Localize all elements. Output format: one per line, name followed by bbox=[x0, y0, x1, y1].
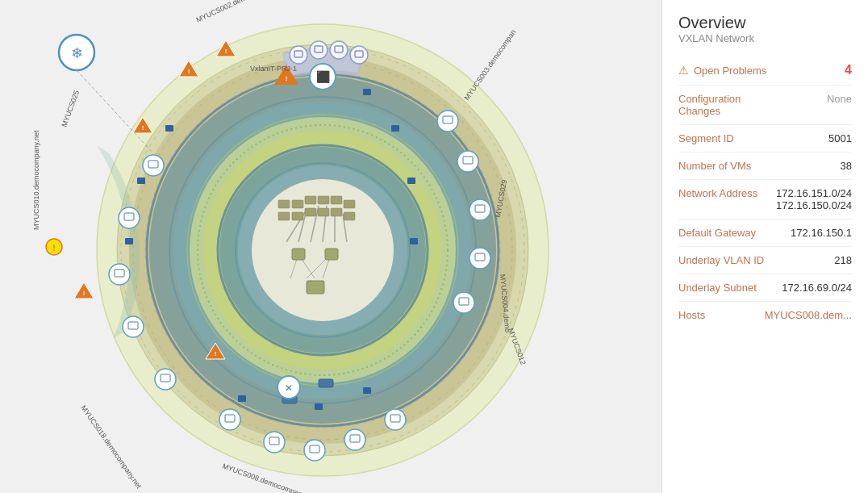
default-gateway-row: Default Gateway 172.16.150.1 bbox=[678, 219, 852, 247]
default-gateway-value: 172.16.150.1 bbox=[791, 227, 852, 239]
overview-subtitle: VXLAN Network bbox=[678, 32, 852, 44]
underlay-vlan-value: 218 bbox=[834, 254, 852, 266]
network-address-row: Network Address 172.16.151.0/24 172.16.1… bbox=[678, 180, 852, 219]
svg-text:MYUCS002.democompany.net: MYUCS002.democompany.net bbox=[195, 0, 290, 24]
svg-point-82 bbox=[109, 264, 130, 285]
svg-rect-33 bbox=[278, 212, 290, 220]
svg-rect-29 bbox=[305, 196, 316, 204]
svg-point-54 bbox=[330, 41, 348, 59]
svg-point-78 bbox=[155, 369, 176, 390]
hosts-row: Hosts MYUCS008.dem... bbox=[678, 302, 852, 328]
network-diagram[interactable]: ⬛ ! bbox=[0, 0, 661, 493]
svg-rect-27 bbox=[278, 200, 290, 208]
underlay-vlan-label: Underlay VLAN ID bbox=[678, 254, 764, 266]
problems-count: 4 bbox=[845, 63, 852, 77]
svg-text:!: ! bbox=[52, 244, 55, 253]
svg-text:!: ! bbox=[286, 75, 288, 82]
segment-id-row: Segment ID 5001 bbox=[678, 125, 852, 152]
default-gateway-label: Default Gateway bbox=[678, 227, 756, 239]
svg-point-74 bbox=[264, 432, 285, 453]
svg-rect-36 bbox=[318, 208, 329, 216]
svg-rect-114 bbox=[238, 395, 246, 402]
svg-text:!: ! bbox=[83, 290, 86, 297]
svg-point-60 bbox=[457, 151, 478, 172]
svg-rect-35 bbox=[305, 208, 316, 216]
underlay-subnet-row: Underlay Subnet 172.16.69.0/24 bbox=[678, 274, 852, 302]
svg-text:MYUCS025: MYUCS025 bbox=[60, 90, 81, 128]
hosts-value: MYUCS008.dem... bbox=[765, 309, 852, 321]
svg-rect-113 bbox=[165, 125, 173, 132]
svg-rect-37 bbox=[331, 208, 342, 216]
open-problems-row[interactable]: ⚠ Open Problems 4 bbox=[678, 56, 852, 86]
svg-point-68 bbox=[385, 409, 406, 430]
svg-point-84 bbox=[119, 207, 140, 228]
svg-text:⬛: ⬛ bbox=[316, 70, 331, 84]
svg-text:✕: ✕ bbox=[285, 382, 293, 394]
num-vms-row: Number of VMs 38 bbox=[678, 152, 852, 180]
svg-rect-28 bbox=[292, 200, 303, 208]
num-vms-label: Number of VMs bbox=[678, 160, 751, 172]
config-changes-value: None bbox=[827, 93, 852, 105]
config-changes-row: Configuration Changes None bbox=[678, 86, 852, 125]
svg-rect-43 bbox=[292, 249, 305, 260]
hosts-label: Hosts bbox=[678, 309, 705, 321]
svg-rect-112 bbox=[137, 178, 145, 184]
svg-rect-38 bbox=[344, 212, 355, 220]
svg-rect-32 bbox=[344, 200, 355, 208]
svg-rect-45 bbox=[307, 281, 324, 294]
svg-rect-108 bbox=[407, 178, 415, 184]
overview-title: Overview bbox=[678, 13, 852, 32]
network-address-label: Network Address bbox=[678, 187, 757, 199]
svg-point-76 bbox=[219, 409, 240, 430]
svg-point-70 bbox=[344, 429, 365, 450]
segment-id-value: 5001 bbox=[828, 132, 852, 144]
svg-point-50 bbox=[290, 46, 307, 64]
overview-panel: Overview VXLAN Network ⚠ Open Problems 4… bbox=[661, 0, 868, 493]
svg-point-86 bbox=[143, 155, 164, 176]
num-vms-value: 38 bbox=[841, 160, 852, 172]
svg-point-62 bbox=[469, 199, 490, 220]
svg-text:MYUCS010.democompany.net: MYUCS010.democompany.net bbox=[32, 130, 40, 230]
network-address-value: 172.16.151.0/24 172.16.150.0/24 bbox=[776, 187, 852, 211]
segment-id-label: Segment ID bbox=[678, 132, 734, 144]
svg-rect-34 bbox=[292, 212, 303, 220]
svg-rect-30 bbox=[318, 196, 329, 204]
svg-text:!: ! bbox=[225, 48, 227, 55]
config-changes-label: Configuration Changes bbox=[678, 93, 775, 117]
svg-text:MYUCS003.democompan: MYUCS003.democompan bbox=[462, 28, 517, 102]
underlay-vlan-row: Underlay VLAN ID 218 bbox=[678, 247, 852, 274]
svg-text:!: ! bbox=[215, 350, 217, 357]
problems-label: Open Problems bbox=[694, 65, 840, 77]
svg-text:MYUCS018.democompany.net: MYUCS018.democompany.net bbox=[79, 403, 143, 490]
svg-rect-44 bbox=[325, 249, 338, 260]
svg-line-102 bbox=[77, 70, 153, 153]
svg-point-72 bbox=[304, 440, 325, 461]
svg-rect-110 bbox=[363, 89, 371, 95]
svg-text:VxlanIT-PRJ-1: VxlanIT-PRJ-1 bbox=[250, 65, 297, 73]
svg-rect-111 bbox=[125, 238, 133, 244]
svg-point-66 bbox=[453, 292, 474, 313]
warning-icon: ⚠ bbox=[678, 64, 689, 77]
svg-point-52 bbox=[310, 41, 328, 59]
svg-rect-109 bbox=[391, 125, 399, 132]
svg-point-64 bbox=[469, 248, 490, 269]
svg-point-56 bbox=[350, 46, 368, 64]
svg-text:❄: ❄ bbox=[71, 45, 83, 61]
underlay-subnet-value: 172.16.69.0/24 bbox=[782, 282, 852, 294]
svg-rect-115 bbox=[315, 403, 323, 410]
svg-rect-116 bbox=[363, 387, 371, 394]
svg-rect-107 bbox=[410, 238, 418, 244]
svg-rect-31 bbox=[331, 196, 342, 204]
svg-point-80 bbox=[123, 316, 144, 337]
svg-text:!: ! bbox=[142, 124, 144, 132]
underlay-subnet-label: Underlay Subnet bbox=[678, 282, 757, 294]
svg-text:!: ! bbox=[188, 68, 190, 75]
svg-point-58 bbox=[437, 111, 458, 132]
svg-rect-103 bbox=[319, 379, 333, 387]
